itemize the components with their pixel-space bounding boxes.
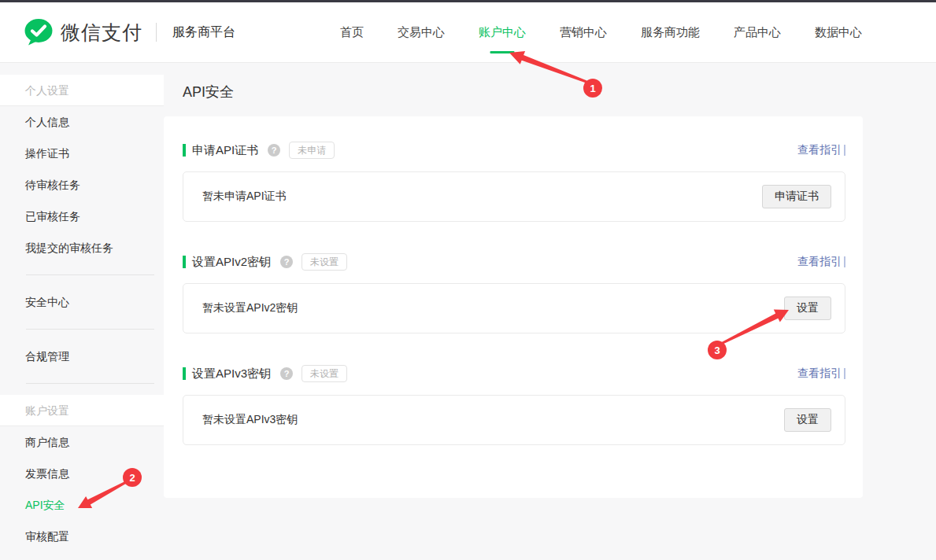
section-apply-api-cert-header: 申请API证书 ? 未申请 查看指引 — [183, 142, 845, 159]
set-apiv3-key-button[interactable]: 设置 — [784, 408, 831, 432]
apiv2-key-empty-text: 暂未设置APIv2密钥 — [202, 301, 298, 315]
sidebar-item-invoice-info[interactable]: 发票信息 — [0, 458, 164, 489]
api-security-card: 申请API证书 ? 未申请 查看指引 暂未申请API证书 申请证书 设置APIv… — [164, 116, 863, 498]
view-guide-link-text: 查看指引 — [797, 255, 842, 269]
view-guide-link[interactable]: 查看指引 — [797, 367, 845, 381]
sidebar-header-account-settings: 账户设置 — [0, 395, 164, 426]
portal-name: 服务商平台 — [172, 24, 235, 41]
brand-divider — [156, 23, 157, 42]
nav-item-home[interactable]: 首页 — [340, 25, 364, 40]
sidebar-item-compliance-management[interactable]: 合规管理 — [0, 341, 164, 372]
brand-area: 微信支付 服务商平台 — [0, 18, 235, 46]
view-guide-link[interactable]: 查看指引 — [797, 255, 845, 269]
apiv2-key-row: 暂未设置APIv2密钥 设置 — [183, 283, 845, 333]
view-guide-link-text: 查看指引 — [797, 143, 842, 157]
sidebar-divider — [26, 383, 154, 384]
brand-name: 微信支付 — [61, 20, 142, 46]
help-question-icon[interactable]: ? — [280, 367, 293, 380]
section-title-apply-api-cert: 申请API证书 — [192, 143, 258, 158]
view-guide-link-text: 查看指引 — [797, 367, 842, 381]
sidebar-divider — [26, 329, 154, 330]
sidebar-item-review-config[interactable]: 审核配置 — [0, 521, 164, 552]
wechat-pay-logo-icon — [24, 18, 54, 46]
link-separator — [844, 145, 845, 156]
nav-item-transaction-center[interactable]: 交易中心 — [398, 25, 445, 40]
section-apiv2-key-header: 设置APIv2密钥 ? 未设置 查看指引 — [183, 253, 845, 271]
sidebar-item-reviewed-tasks[interactable]: 已审核任务 — [0, 201, 164, 232]
section-accent-bar — [183, 256, 186, 268]
status-badge-not-set-v3: 未设置 — [302, 365, 347, 382]
help-question-icon[interactable]: ? — [280, 256, 293, 268]
link-separator — [844, 256, 845, 267]
sidebar: 个人设置 个人信息 操作证书 待审核任务 已审核任务 我提交的审核任务 安全中心… — [0, 63, 164, 552]
help-question-icon[interactable]: ? — [268, 144, 280, 157]
page-title: API安全 — [183, 83, 936, 101]
sidebar-item-security-center[interactable]: 安全中心 — [0, 286, 164, 318]
api-cert-empty-text: 暂未申请API证书 — [202, 190, 287, 204]
status-badge-not-applied: 未申请 — [289, 142, 335, 159]
set-apiv2-key-button[interactable]: 设置 — [784, 297, 831, 320]
status-badge-not-set-v2: 未设置 — [302, 253, 347, 271]
top-header: 微信支付 服务商平台 首页 交易中心 账户中心 营销中心 服务商功能 产品中心 … — [0, 2, 936, 63]
nav-item-marketing-center[interactable]: 营销中心 — [560, 25, 607, 40]
sidebar-divider — [26, 274, 154, 275]
main-content: API安全 申请API证书 ? 未申请 查看指引 暂未申请API证书 申请证书 — [164, 63, 936, 552]
nav-item-provider-functions[interactable]: 服务商功能 — [641, 25, 700, 40]
section-title-apiv2-key: 设置APIv2密钥 — [192, 255, 271, 270]
nav-item-data-center[interactable]: 数据中心 — [815, 25, 862, 40]
api-cert-row: 暂未申请API证书 申请证书 — [183, 171, 845, 222]
view-guide-link[interactable]: 查看指引 — [797, 143, 845, 157]
link-separator — [844, 368, 845, 379]
section-accent-bar — [183, 144, 186, 157]
sidebar-item-pending-review-tasks[interactable]: 待审核任务 — [0, 169, 164, 201]
sidebar-item-my-submitted-review-tasks[interactable]: 我提交的审核任务 — [0, 232, 164, 263]
apiv3-key-row: 暂未设置APIv3密钥 设置 — [183, 395, 845, 445]
nav-item-product-center[interactable]: 产品中心 — [734, 25, 781, 40]
nav-item-account-center[interactable]: 账户中心 — [479, 25, 526, 40]
sidebar-item-operation-certificate[interactable]: 操作证书 — [0, 138, 164, 169]
apiv3-key-empty-text: 暂未设置APIv3密钥 — [202, 413, 298, 427]
sidebar-item-api-security[interactable]: API安全 — [0, 489, 164, 521]
section-accent-bar — [183, 367, 186, 380]
section-apiv3-key-header: 设置APIv3密钥 ? 未设置 查看指引 — [183, 365, 845, 382]
section-title-apiv3-key: 设置APIv3密钥 — [192, 367, 271, 381]
sidebar-item-personal-info[interactable]: 个人信息 — [0, 106, 164, 138]
sidebar-header-personal-settings: 个人设置 — [0, 75, 164, 106]
sidebar-item-merchant-info[interactable]: 商户信息 — [0, 426, 164, 458]
apply-cert-button[interactable]: 申请证书 — [762, 185, 831, 208]
top-nav: 首页 交易中心 账户中心 营销中心 服务商功能 产品中心 数据中心 — [340, 2, 862, 63]
